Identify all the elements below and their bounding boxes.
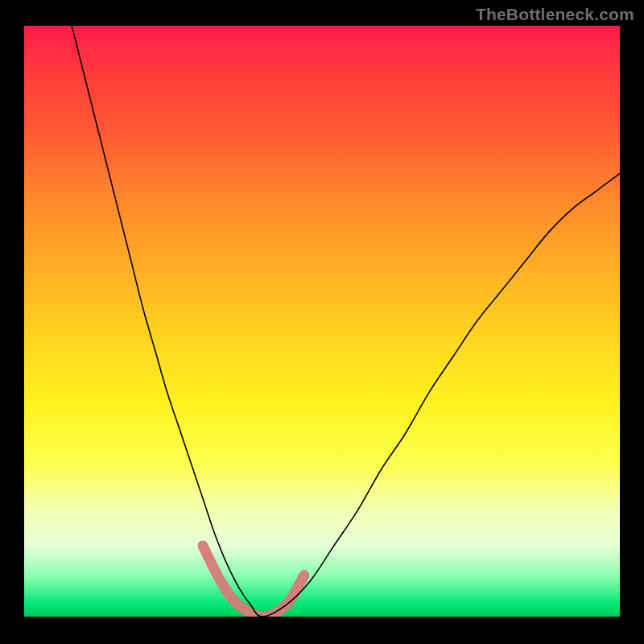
chart-container: TheBottleneck.com: [0, 0, 644, 644]
plot-area: [24, 26, 620, 617]
highlight-band: [203, 546, 304, 617]
chart-svg: [24, 26, 620, 617]
bottleneck-curve: [72, 26, 620, 617]
watermark-text: TheBottleneck.com: [476, 5, 634, 24]
